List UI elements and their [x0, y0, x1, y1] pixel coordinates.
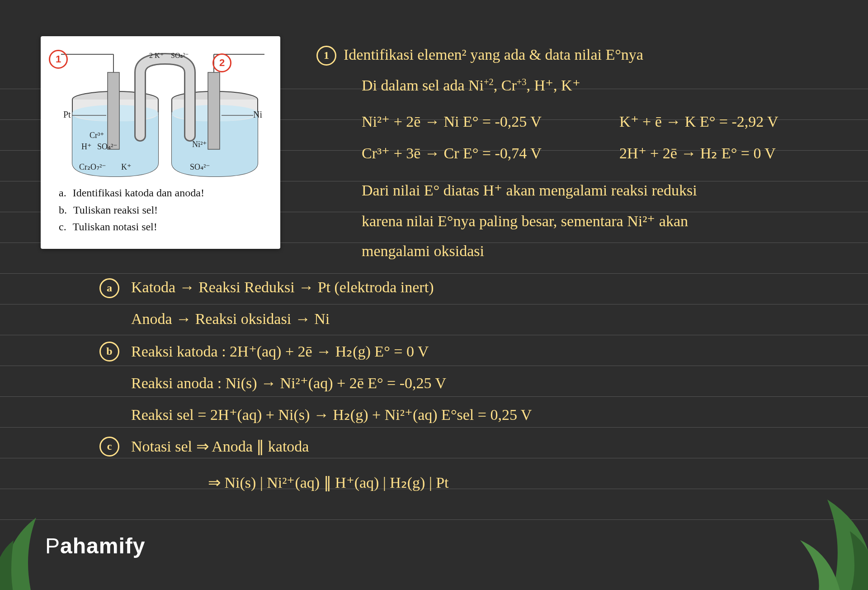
note-c1: Notasi sel ⇒ Anoda ‖ katoda — [131, 437, 309, 455]
annotation-1: 1 — [49, 50, 68, 69]
svg-rect-2 — [108, 72, 119, 149]
label-ni2: Ni²⁺ — [192, 140, 207, 149]
note-r6: karena nilai E°nya paling besar, sementa… — [362, 212, 688, 230]
note-r7: mengalami oksidasi — [362, 243, 484, 260]
label-h: H⁺ — [81, 142, 92, 151]
label-bridge-k: 2 K⁺ — [149, 52, 164, 59]
label-cr2o7: Cr₂O₇²⁻ — [79, 162, 106, 171]
label-so4-r: SO₄²⁻ — [190, 162, 210, 171]
page: Pt Ni Cr³⁺ H⁺ SO₄²⁻ Cr₂O₇²⁻ K⁺ Ni²⁺ SO₄²… — [0, 0, 868, 590]
note-a1: Katoda → Reaksi Reduksi → Pt (elektroda … — [131, 279, 434, 296]
note-b3: Reaksi sel = 2H⁺(aq) + Ni(s) → H₂(g) + N… — [131, 405, 532, 423]
q-a-text: Identifikasi katoda dan anoda! — [73, 185, 204, 201]
q-b-text: Tuliskan reaksi sel! — [73, 202, 158, 219]
label-bridge-so4: SO₄²⁻ — [171, 52, 189, 59]
brand-logo: Pahamify — [45, 533, 163, 558]
q-a-num: a. — [59, 185, 66, 201]
annotation-2: 2 — [212, 53, 231, 72]
label-so4-l: SO₄²⁻ — [97, 142, 118, 151]
q-c-text: Tuliskan notasi sel! — [73, 219, 157, 235]
note-c2: ⇒ Ni(s) | Ni²⁺(aq) ‖ H⁺(aq) | H₂(g) | Pt — [208, 473, 449, 491]
note-b-marker: b — [99, 341, 119, 362]
svg-rect-7 — [208, 72, 220, 149]
note-r2: Di dalam sel ada Ni+2, Cr+3, H⁺, K⁺ — [362, 76, 580, 94]
leaf-decoration-right — [773, 477, 868, 590]
cell-diagram: Pt Ni Cr³⁺ H⁺ SO₄²⁻ Cr₂O₇²⁻ K⁺ Ni²⁺ SO₄²… — [54, 45, 267, 186]
label-pt: Pt — [63, 109, 71, 119]
note-step1-marker: 1 — [316, 45, 336, 66]
note-r4: Cr³⁺ + 3ē → Cr E° = -0,74 V — [362, 144, 542, 162]
note-b2: Reaksi anoda : Ni(s) → Ni²⁺(aq) + 2ē E° … — [131, 374, 446, 392]
question-card: Pt Ni Cr³⁺ H⁺ SO₄²⁻ Cr₂O₇²⁻ K⁺ Ni²⁺ SO₄²… — [41, 36, 280, 249]
note-r4b: 2H⁺ + 2ē → H₂ E° = 0 V — [619, 144, 776, 162]
note-b1: Reaksi katoda : 2H⁺(aq) + 2ē → H₂(g) E° … — [131, 342, 429, 360]
label-cr3: Cr³⁺ — [90, 131, 104, 140]
note-r5: Dari nilai E° diatas H⁺ akan mengalami r… — [362, 181, 697, 199]
note-r3b: K⁺ + ē → K E° = -2,92 V — [619, 112, 778, 130]
label-k: K⁺ — [121, 162, 132, 171]
note-r3: Ni²⁺ + 2ē → Ni E° = -0,25 V — [362, 112, 542, 130]
card-questions: a.Identifikasi katoda dan anoda! b.Tulis… — [59, 185, 267, 235]
note-r1: Identifikasi elemen² yang ada & data nil… — [344, 46, 643, 63]
note-c-marker: c — [99, 436, 119, 457]
q-b-num: b. — [59, 202, 67, 219]
q-c-num: c. — [59, 219, 66, 235]
note-a-marker: a — [99, 278, 119, 298]
label-ni: Ni — [253, 109, 262, 119]
note-a2: Anoda → Reaksi oksidasi → Ni — [131, 310, 330, 328]
